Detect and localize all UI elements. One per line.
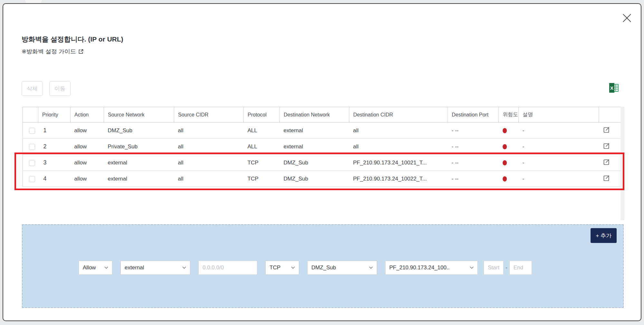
chevron-down-icon: [291, 266, 295, 269]
cell-destination-cidr: all: [349, 123, 448, 139]
cell-source-cidr: all: [174, 155, 244, 171]
cell-destination-network: DMZ_Sub: [280, 171, 349, 187]
rules-table-scroll-area: Priority Action Source Network Source CI…: [23, 107, 624, 220]
add-rule-form: Allow external TCP DMZ_Sub: [79, 261, 532, 275]
cell-description: -: [519, 123, 599, 139]
header-destination-port: Destination Port: [448, 107, 499, 123]
table-row: 2 allow Private_Sub all ALL external all…: [23, 139, 621, 155]
edit-rule-button[interactable]: [603, 158, 611, 167]
cell-priority: 2: [38, 139, 71, 155]
risk-dot: [503, 128, 507, 133]
cell-protocol: TCP: [244, 171, 280, 187]
table-header-row: Priority Action Source Network Source CI…: [23, 107, 621, 123]
header-priority: Priority: [38, 107, 71, 123]
protocol-select-value: TCP: [270, 265, 280, 271]
cell-source-network: DMZ_Sub: [104, 123, 174, 139]
chevron-down-icon: [104, 266, 108, 269]
table-row-highlighted: 3 allow external all TCP DMZ_Sub PF_210.…: [23, 155, 621, 171]
excel-export-icon: X: [608, 82, 620, 94]
cell-destination-cidr: PF_210.90.173.24_10021_T...: [349, 155, 448, 171]
cell-description: -: [519, 171, 599, 187]
cell-priority: 1: [38, 123, 71, 139]
cell-destination-port: - --: [448, 155, 499, 171]
move-button[interactable]: 이동: [49, 81, 71, 96]
row-checkbox[interactable]: [29, 144, 35, 150]
destination-network-select[interactable]: DMZ_Sub: [307, 261, 377, 275]
source-network-select-value: external: [125, 265, 144, 271]
firewall-guide-link[interactable]: ※방화벽 설정 가이드: [22, 48, 84, 55]
destination-cidr-select-value: PF_210.90.173.24_100..: [389, 265, 450, 271]
modal-title: 방화벽을 설정합니다. (IP or URL): [22, 35, 123, 44]
edit-icon: [603, 142, 611, 150]
edit-rule-button[interactable]: [603, 174, 611, 183]
edit-rule-button[interactable]: [603, 126, 611, 135]
header-destination-network: Destination Network: [280, 107, 349, 123]
table-row: 1 allow DMZ_Sub all ALL external all - -…: [23, 123, 621, 139]
cell-destination-port: - --: [448, 171, 499, 187]
row-checkbox[interactable]: [29, 176, 35, 182]
edit-icon: [603, 174, 611, 182]
port-start-input[interactable]: [484, 261, 504, 275]
risk-dot: [503, 160, 507, 165]
header-destination-cidr: Destination CIDR: [349, 107, 448, 123]
edit-icon: [603, 158, 611, 166]
add-rule-button[interactable]: + 추가: [591, 228, 617, 243]
cell-priority: 3: [38, 155, 71, 171]
cell-destination-port: - --: [448, 123, 499, 139]
header-edit-column: [599, 107, 621, 123]
action-select[interactable]: Allow: [79, 261, 112, 275]
table-scrollbar[interactable]: [620, 107, 624, 220]
cell-protocol: ALL: [244, 139, 280, 155]
add-rule-panel: + 추가 Allow external TCP: [22, 224, 624, 308]
firewall-rules-table: Priority Action Source Network Source CI…: [23, 107, 621, 187]
protocol-select[interactable]: TCP: [265, 261, 299, 275]
port-range-separator: -: [506, 265, 507, 271]
edit-icon: [603, 126, 611, 134]
cell-destination-cidr: all: [349, 139, 448, 155]
svg-text:X: X: [610, 85, 613, 91]
delete-button[interactable]: 삭제: [22, 81, 43, 96]
cell-destination-port: - --: [448, 139, 499, 155]
header-description: 설명: [519, 107, 599, 123]
cell-source-network: external: [104, 155, 174, 171]
close-icon: [621, 13, 632, 23]
cell-destination-cidr: PF_210.90.173.24_10022_T...: [349, 171, 448, 187]
source-network-select[interactable]: external: [120, 261, 190, 275]
row-checkbox[interactable]: [29, 128, 35, 134]
header-action: Action: [71, 107, 104, 123]
header-source-network: Source Network: [104, 107, 174, 123]
port-end-input[interactable]: [509, 261, 532, 275]
table-row-highlighted: 4 allow external all TCP DMZ_Sub PF_210.…: [23, 171, 621, 187]
risk-dot: [503, 144, 507, 149]
chevron-down-icon: [470, 266, 474, 269]
excel-export-button[interactable]: X: [608, 82, 620, 95]
cell-source-cidr: all: [174, 123, 244, 139]
cell-source-cidr: all: [174, 171, 244, 187]
close-button[interactable]: [621, 12, 633, 24]
cell-action: allow: [71, 139, 104, 155]
cell-action: allow: [71, 171, 104, 187]
cell-source-network: Private_Sub: [104, 139, 174, 155]
chevron-down-icon: [182, 266, 186, 269]
header-risk: 위험도: [499, 107, 519, 123]
cell-description: -: [519, 155, 599, 171]
edit-rule-button[interactable]: [603, 142, 611, 151]
firewall-settings-modal: 방화벽을 설정합니다. (IP or URL) ※방화벽 설정 가이드 삭제 이…: [3, 3, 641, 321]
background-artifact: [25, 0, 42, 3]
chevron-down-icon: [369, 266, 373, 269]
source-cidr-input[interactable]: [198, 261, 257, 275]
cell-action: allow: [71, 155, 104, 171]
destination-network-select-value: DMZ_Sub: [311, 265, 336, 271]
external-link-icon: [78, 49, 84, 54]
action-select-value: Allow: [83, 265, 96, 271]
row-checkbox[interactable]: [29, 160, 35, 166]
cell-source-cidr: all: [174, 139, 244, 155]
cell-description: -: [519, 139, 599, 155]
cell-destination-network: external: [280, 139, 349, 155]
header-protocol: Protocol: [244, 107, 280, 123]
header-source-cidr: Source CIDR: [174, 107, 244, 123]
destination-cidr-select[interactable]: PF_210.90.173.24_100..: [385, 261, 478, 275]
cell-action: allow: [71, 123, 104, 139]
cell-protocol: TCP: [244, 155, 280, 171]
header-checkbox-column: [23, 107, 38, 123]
